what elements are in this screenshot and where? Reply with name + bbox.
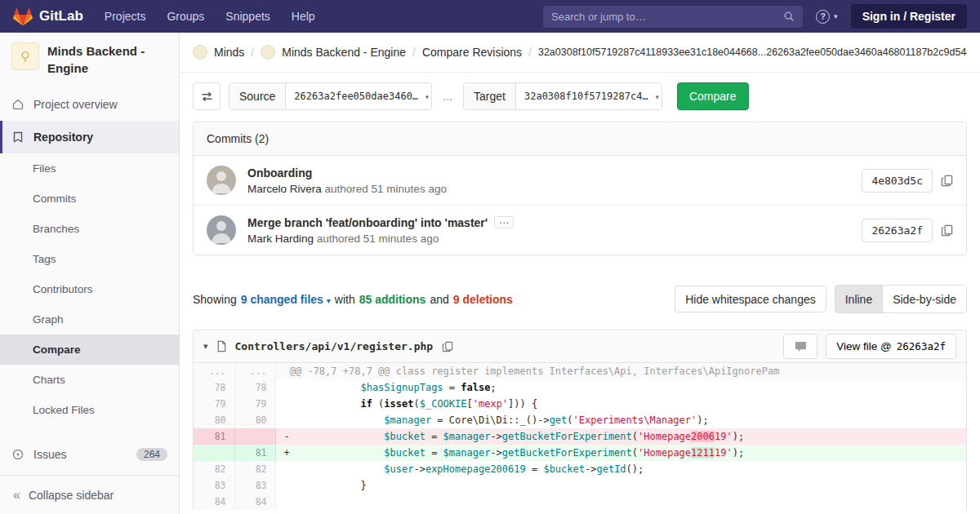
sidebar-item-charts[interactable]: Charts	[0, 365, 179, 395]
sign-in-button[interactable]: Sign in / Register	[851, 4, 967, 29]
breadcrumb-group-link[interactable]: Minds	[214, 46, 244, 59]
copy-sha-button[interactable]	[941, 175, 953, 187]
repository-sub-list: FilesCommitsBranchesTagsContributorsGrap…	[0, 153, 179, 425]
commit-title-link[interactable]: Merge branch 'feat/onboarding' into 'mas…	[247, 216, 488, 229]
project-context[interactable]: Minds Backend - Engine	[0, 33, 179, 88]
diff-file-actions: View file @ 26263a2f	[783, 334, 956, 359]
diff-line-number[interactable]: 78	[234, 379, 275, 396]
sidebar-item-compare[interactable]: Compare	[0, 335, 179, 365]
top-navbar: GitLab ProjectsGroupsSnippetsHelp ? ▾ Si…	[0, 0, 980, 33]
sidebar-item-project-overview[interactable]: Project overview	[0, 88, 179, 121]
source-label: Source	[229, 83, 286, 109]
diff-line-number[interactable]: 82	[194, 461, 234, 477]
nav-menu-snippets[interactable]: Snippets	[225, 10, 270, 23]
sidebar-item-branches[interactable]: Branches	[0, 214, 179, 244]
sidebar-item-label: Project overview	[33, 98, 118, 111]
commit-description-toggle[interactable]: …	[494, 216, 514, 228]
sidebar-item-locked-files[interactable]: Locked Files	[0, 395, 179, 425]
diff-line-number[interactable]: 83	[234, 477, 275, 494]
swap-revisions-button[interactable]	[193, 82, 220, 110]
comment-bubble-icon	[795, 340, 807, 352]
file-icon	[216, 340, 228, 352]
nav-menu: ProjectsGroupsSnippetsHelp	[105, 10, 315, 23]
diff-line-number[interactable]: 79	[194, 396, 234, 412]
breadcrumb-section-link[interactable]: Compare Revisions	[422, 46, 522, 59]
commit-title-row: Onboarding	[247, 166, 862, 179]
commits-panel: Commits (2) Onboarding Marcelo Rivera au…	[193, 122, 967, 255]
diff-sign	[284, 366, 290, 377]
changed-files-dropdown[interactable]: 9 changed files ▾	[241, 293, 331, 306]
diff-table: ...... @@ -78,7 +78,7 @@ class register …	[194, 363, 966, 510]
diff-line-number[interactable]: 83	[194, 477, 234, 494]
file-path-link[interactable]: Controllers/api/v1/register.php	[235, 340, 434, 352]
copy-sha-button[interactable]	[941, 224, 953, 237]
diff-line-number[interactable]: 79	[234, 396, 275, 412]
commit-author-link[interactable]: Marcelo Rivera	[247, 183, 322, 195]
diff-line-number[interactable]: 82	[234, 461, 275, 477]
gitlab-logo[interactable]: GitLab	[13, 7, 83, 26]
commit-sha-link[interactable]: 26263a2f	[862, 219, 933, 242]
search-box[interactable]	[543, 6, 803, 28]
diff-line-number[interactable]: 78	[194, 379, 234, 396]
view-file-button[interactable]: View file @ 26263a2f	[826, 334, 956, 359]
inline-view-button[interactable]: Inline	[835, 286, 882, 312]
diff-line-number[interactable]: ...	[194, 363, 234, 379]
copy-file-path-button[interactable]	[442, 341, 453, 352]
breadcrumb-project-link[interactable]: Minds Backend - Engine	[282, 46, 406, 59]
nav-menu-help[interactable]: Help	[292, 10, 315, 23]
commit-row: Onboarding Marcelo Rivera authored 51 mi…	[194, 156, 966, 205]
breadcrumb: Minds / Minds Backend - Engine / Compare…	[180, 33, 980, 73]
diff-line-number[interactable]: 81	[194, 428, 234, 445]
diff-line: 8282 $user->expHomepage200619 = $bucket-…	[194, 461, 966, 477]
diff-line-number[interactable]: 84	[194, 494, 234, 510]
diff-sign: +	[284, 447, 290, 459]
commit-title-link[interactable]: Onboarding	[247, 166, 312, 179]
diff-line-number[interactable]: 84	[234, 494, 275, 510]
hide-whitespace-button[interactable]: Hide whitespace changes	[675, 286, 826, 312]
diff-sign	[284, 480, 290, 491]
sidebar-item-tags[interactable]: Tags	[0, 244, 179, 274]
diff-line: 81- $bucket = $manager->getBucketForExpe…	[194, 428, 966, 445]
compare-form: Source 26263a2fee050dae3460… ▾ ... Targe…	[193, 82, 967, 110]
collapse-icon: «	[13, 488, 20, 503]
sidebar-item-commits[interactable]: Commits	[0, 184, 179, 214]
diff-line-number[interactable]: ...	[234, 363, 275, 379]
search-input[interactable]	[551, 11, 783, 23]
chevron-down-icon: ▾	[425, 92, 430, 101]
nav-menu-projects[interactable]: Projects	[105, 10, 146, 23]
target-ref-dropdown[interactable]: 32a0308f10f5719287c4… ▾	[516, 83, 662, 109]
sidebar-item-graph[interactable]: Graph	[0, 304, 179, 335]
diff-line: ...... @@ -78,7 +78,7 @@ class register …	[194, 363, 966, 379]
side-by-side-view-button[interactable]: Side-by-side	[882, 286, 966, 312]
diff-line-number[interactable]	[194, 445, 234, 461]
sidebar-item-issues[interactable]: Issues 264	[0, 438, 179, 471]
breadcrumb-sha-range: 32a0308f10f5719287c4118933ee31c18e044668…	[538, 47, 967, 58]
collapse-diff-caret[interactable]: ▾	[203, 341, 208, 352]
repository-icon	[11, 131, 24, 144]
diff-stats-row: Showing 9 changed files ▾ with 85 additi…	[193, 285, 967, 313]
diff-line: 8080 $manager = Core\Di\Di::_()->get('Ex…	[194, 412, 966, 428]
commit-sha-link[interactable]: 4e803d5c	[862, 169, 933, 193]
diff-line-number[interactable]	[234, 428, 275, 445]
home-icon	[11, 98, 24, 111]
avatar[interactable]	[207, 166, 236, 195]
diff-table-body: ...... @@ -78,7 +78,7 @@ class register …	[194, 363, 966, 510]
diff-line-code	[275, 494, 966, 510]
collapse-sidebar-button[interactable]: « Collapse sidebar	[0, 475, 179, 514]
diff-line: 81+ $bucket = $manager->getBucketForExpe…	[194, 445, 966, 461]
add-comment-button[interactable]	[783, 334, 817, 359]
diff-line-number[interactable]: 80	[194, 412, 234, 428]
source-ref-dropdown[interactable]: 26263a2fee050dae3460… ▾	[286, 83, 431, 109]
nav-menu-groups[interactable]: Groups	[167, 10, 204, 23]
help-menu[interactable]: ? ▾	[816, 10, 838, 24]
sidebar-item-files[interactable]: Files	[0, 153, 179, 184]
commits-header: Commits (2)	[194, 122, 966, 156]
diff-line-number[interactable]: 80	[234, 412, 275, 428]
compare-button[interactable]: Compare	[677, 82, 749, 110]
diff-line-number[interactable]: 81	[234, 445, 275, 461]
sidebar-item-repository[interactable]: Repository	[0, 121, 179, 153]
avatar[interactable]	[207, 215, 236, 245]
sidebar-item-contributors[interactable]: Contributors	[0, 274, 179, 304]
diff-stats-text: Showing 9 changed files ▾ with 85 additi…	[193, 293, 513, 306]
commit-author-link[interactable]: Mark Harding	[247, 233, 314, 245]
